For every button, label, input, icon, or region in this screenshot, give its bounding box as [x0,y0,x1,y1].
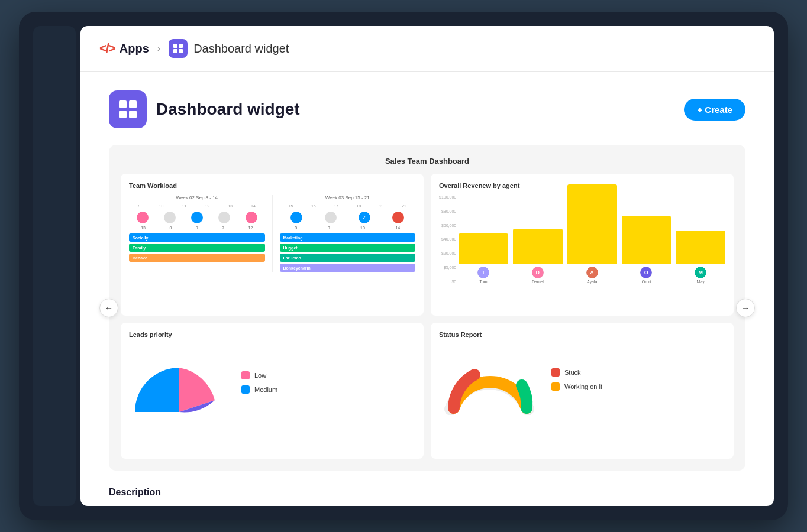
task-bar-hugget: Hugget [280,244,416,252]
avatar-3 [191,212,203,223]
task-bar-family: Family [129,244,265,252]
y-label: $100,000 [439,195,456,199]
brand-logo: </> Apps [99,41,149,56]
bar-rect-daniel [513,229,563,264]
device-frame: </> Apps › Dashboard widget [19,12,788,520]
day: 11 [182,204,186,208]
legend-dot-stuck [551,368,560,377]
bar-rect-ayala [567,184,617,264]
y-label: $5,000 [439,265,456,270]
grid-icon-large [119,100,137,118]
legend-label-stuck: Stuck [564,369,581,376]
legend-stuck: Stuck [551,368,602,377]
bar-rect-omri [622,216,672,264]
workload-weeks: Week 02 Sep 8 - 14 9 10 11 12 13 14 [129,195,415,272]
count: 3 [295,226,297,230]
bar-label-tom: Tom [479,280,487,284]
bar-item-ayala: A Ayala [567,184,617,284]
avatar-ayala: A [586,267,598,278]
page-header-left: Dashboard widget [109,90,300,128]
day: 17 [334,204,338,208]
day: 19 [379,204,384,208]
avatar-tom: T [477,267,489,278]
bar-item-daniel: D Daniel [513,229,563,284]
description-text1: If you're looking for a colorful way to … [109,504,745,506]
day: 16 [311,204,316,208]
count: 13 [141,226,146,230]
avatar-1 [137,212,149,223]
legend-low: Low [241,371,277,379]
bar-rect-may [676,231,725,264]
task-bar-bonkeycharm: Bonkeycharm [280,264,416,272]
bar-rect-tom [459,233,508,264]
count: 0 [328,226,330,230]
avatar-w3-4 [392,212,404,223]
breadcrumb-apps-label[interactable]: Apps [120,42,149,56]
bar-item-may: M May [676,231,725,284]
avatar-w3-2 [325,212,337,223]
week3-task-bars: Marketing Hugget FarDemo B [280,233,416,272]
dashboard-preview-title: Sales Team Dashboard [121,157,734,166]
avatar-w3-1 [290,212,302,223]
week2-section: Week 02 Sep 8 - 14 9 10 11 12 13 14 [129,195,265,272]
week3-days: 15 16 17 18 19 21 [280,204,416,208]
legend-dot-medium [241,385,250,394]
avatar-daniel: D [532,267,544,278]
task-bar-marketing: Marketing [280,233,416,242]
status-legend: Stuck Working on it [551,368,602,391]
y-label: $80,000 [439,209,456,213]
task-bar-socially: Socially [129,233,265,242]
team-workload-title: Team Workload [129,182,415,189]
count: 10 [360,226,365,230]
bar-item-tom: T Tom [459,233,508,284]
bar-label-daniel: Daniel [532,280,544,284]
bar-item-omri: O Omri [622,216,672,284]
description-section: Description If you're looking for a colo… [109,487,745,506]
week3-avatars: ✓ [280,212,416,223]
breadcrumb-page-title: Dashboard widget [193,42,289,56]
week2-counts: 13 0 9 7 12 [129,226,265,230]
dashboard-grid: Team Workload Week 02 Sep 8 - 14 9 10 11… [121,174,734,459]
day: 13 [228,204,233,208]
avatar-2 [164,212,176,223]
legend-medium: Medium [241,385,277,394]
leads-priority-title: Leads priority [129,331,415,338]
legend-working: Working on it [551,382,602,391]
day: 12 [205,204,209,208]
y-label: $0 [439,280,456,284]
create-button[interactable]: + Create [684,99,745,121]
status-report-widget: Status Report [431,323,734,459]
week2-label: Week 02 Sep 8 - 14 [129,195,265,200]
team-workload-widget: Team Workload Week 02 Sep 8 - 14 9 10 11… [121,174,424,316]
day: 15 [289,204,293,208]
day: 10 [159,204,164,208]
count: 0 [169,226,172,230]
avatar-omri: O [640,267,652,278]
day: 21 [402,204,406,208]
code-icon: </> [99,41,115,56]
count: 9 [196,226,198,230]
day: 18 [356,204,361,208]
task-bar-behave: Behave [129,254,265,262]
dashboard-preview: Sales Team Dashboard ← → Team Workload W… [109,145,745,471]
nav-arrow-left[interactable]: ← [99,299,118,317]
leads-legend: Low Medium [241,371,277,394]
main-area: </> Apps › Dashboard widget [80,26,774,506]
y-axis-labels: $100,000 $80,000 $60,000 $40,000 $20,000… [439,195,459,284]
bar-label-omri: Omri [642,280,651,284]
avatar-4 [218,212,230,223]
page-title: Dashboard widget [156,100,300,119]
legend-dot-working [551,382,560,391]
breadcrumb-separator: › [157,43,160,54]
week2-avatars [129,212,265,223]
week2-days: 9 10 11 12 13 14 [129,204,265,208]
legend-dot-low [241,371,250,379]
y-label: $20,000 [439,251,456,255]
revenue-widget: Overall Revenew by agent $100,000 $80,00… [431,174,734,316]
nav-arrow-right[interactable]: → [736,299,755,317]
task-bar-fardemo: FarDemo [280,254,416,262]
bars-container: T Tom D Daniel [459,195,725,284]
pie-chart [129,344,230,421]
leads-priority-widget: Leads priority [121,323,424,459]
breadcrumb-bar: </> Apps › Dashboard widget [80,26,774,72]
